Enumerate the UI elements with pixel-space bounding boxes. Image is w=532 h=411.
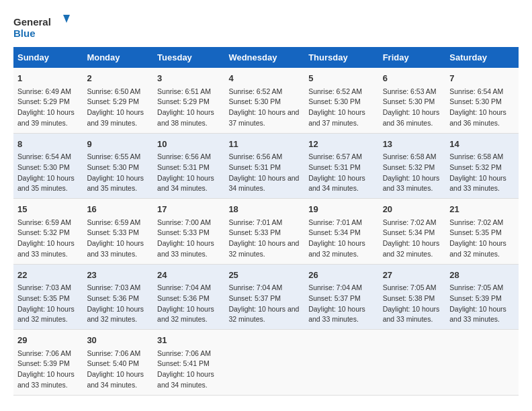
day-number: 25 xyxy=(228,269,300,282)
sunset-info: Sunset: 5:34 PM xyxy=(383,228,442,238)
daylight-label: Daylight: 10 hours and 33 minutes. xyxy=(17,369,79,391)
weekday-header-tuesday: Tuesday xyxy=(153,47,224,68)
sunrise-info: Sunrise: 7:03 AM xyxy=(17,283,79,293)
calendar-week-row: 8Sunrise: 6:54 AMSunset: 5:30 PMDaylight… xyxy=(13,133,519,199)
calendar-cell: 11Sunrise: 6:56 AMSunset: 5:31 PMDayligh… xyxy=(224,133,304,199)
day-number: 10 xyxy=(157,138,220,151)
sunset-info: Sunset: 5:30 PM xyxy=(449,97,515,107)
sunrise-info: Sunrise: 6:56 AM xyxy=(228,152,300,163)
calendar-cell xyxy=(379,330,446,396)
sunrise-info: Sunrise: 6:52 AM xyxy=(228,87,300,97)
calendar-week-row: 22Sunrise: 7:03 AMSunset: 5:35 PMDayligh… xyxy=(13,264,519,330)
sunset-info: Sunset: 5:40 PM xyxy=(87,359,149,369)
weekday-header-sunday: Sunday xyxy=(13,47,83,68)
sunset-info: Sunset: 5:31 PM xyxy=(308,163,374,173)
day-number: 14 xyxy=(449,138,515,151)
sunrise-info: Sunrise: 6:59 AM xyxy=(17,218,79,228)
daylight-label: Daylight: 10 hours and 35 minutes. xyxy=(87,173,149,195)
calendar-cell: 16Sunrise: 6:59 AMSunset: 5:33 PMDayligh… xyxy=(83,199,153,265)
sunrise-info: Sunrise: 7:04 AM xyxy=(157,283,220,293)
daylight-label: Daylight: 10 hours and 38 minutes. xyxy=(157,107,220,129)
svg-text:General: General xyxy=(13,16,51,28)
sunset-info: Sunset: 5:31 PM xyxy=(228,163,300,173)
day-number: 19 xyxy=(308,203,374,216)
sunrise-info: Sunrise: 7:01 AM xyxy=(228,218,300,228)
calendar-cell: 18Sunrise: 7:01 AMSunset: 5:33 PMDayligh… xyxy=(224,199,304,265)
day-number: 24 xyxy=(157,269,220,282)
logo: General Blue xyxy=(13,13,74,40)
sunrise-info: Sunrise: 6:56 AM xyxy=(157,152,220,163)
day-number: 22 xyxy=(17,269,79,282)
sunset-info: Sunset: 5:35 PM xyxy=(449,228,515,238)
daylight-label: Daylight: 10 hours and 33 minutes. xyxy=(17,238,79,260)
daylight-label: Daylight: 10 hours and 36 minutes. xyxy=(383,107,442,129)
sunset-info: Sunset: 5:39 PM xyxy=(17,359,79,369)
sunset-info: Sunset: 5:31 PM xyxy=(157,163,220,173)
weekday-header-thursday: Thursday xyxy=(304,47,378,68)
logo-svg: General Blue xyxy=(13,13,74,40)
sunset-info: Sunset: 5:38 PM xyxy=(383,293,442,304)
sunset-info: Sunset: 5:29 PM xyxy=(17,97,79,107)
day-number: 30 xyxy=(87,334,149,347)
day-number: 17 xyxy=(157,203,220,216)
sunrise-info: Sunrise: 7:01 AM xyxy=(308,218,374,228)
calendar-cell: 27Sunrise: 7:05 AMSunset: 5:38 PMDayligh… xyxy=(379,264,446,330)
calendar-cell: 25Sunrise: 7:04 AMSunset: 5:37 PMDayligh… xyxy=(224,264,304,330)
calendar-cell: 13Sunrise: 6:58 AMSunset: 5:32 PMDayligh… xyxy=(379,133,446,199)
sunrise-info: Sunrise: 7:02 AM xyxy=(383,218,442,228)
daylight-label: Daylight: 10 hours and 32 minutes. xyxy=(308,238,374,260)
sunrise-info: Sunrise: 7:04 AM xyxy=(308,283,374,293)
calendar-cell: 29Sunrise: 7:06 AMSunset: 5:39 PMDayligh… xyxy=(13,330,83,396)
calendar-cell: 22Sunrise: 7:03 AMSunset: 5:35 PMDayligh… xyxy=(13,264,83,330)
calendar-cell: 17Sunrise: 7:00 AMSunset: 5:33 PMDayligh… xyxy=(153,199,224,265)
sunrise-info: Sunrise: 6:50 AM xyxy=(87,87,149,97)
day-number: 9 xyxy=(87,138,149,151)
sunset-info: Sunset: 5:32 PM xyxy=(17,228,79,238)
day-number: 16 xyxy=(87,203,149,216)
weekday-header-wednesday: Wednesday xyxy=(224,47,304,68)
calendar-cell: 8Sunrise: 6:54 AMSunset: 5:30 PMDaylight… xyxy=(13,133,83,199)
day-number: 3 xyxy=(157,72,220,85)
sunset-info: Sunset: 5:30 PM xyxy=(228,97,300,107)
calendar-cell: 2Sunrise: 6:50 AMSunset: 5:29 PMDaylight… xyxy=(83,68,153,133)
daylight-label: Daylight: 10 hours and 33 minutes. xyxy=(383,304,442,326)
day-number: 5 xyxy=(308,72,374,85)
calendar-cell: 14Sunrise: 6:58 AMSunset: 5:32 PMDayligh… xyxy=(445,133,519,199)
daylight-label: Daylight: 10 hours and 39 minutes. xyxy=(87,107,149,129)
calendar-cell: 23Sunrise: 7:03 AMSunset: 5:36 PMDayligh… xyxy=(83,264,153,330)
sunset-info: Sunset: 5:32 PM xyxy=(449,163,515,173)
daylight-label: Daylight: 10 hours and 33 minutes. xyxy=(87,238,149,260)
daylight-label: Daylight: 10 hours and 34 minutes. xyxy=(228,173,300,195)
sunrise-info: Sunrise: 7:06 AM xyxy=(17,349,79,359)
daylight-label: Daylight: 10 hours and 33 minutes. xyxy=(449,173,515,195)
sunrise-info: Sunrise: 6:54 AM xyxy=(449,87,515,97)
calendar-cell: 3Sunrise: 6:51 AMSunset: 5:29 PMDaylight… xyxy=(153,68,224,133)
day-number: 27 xyxy=(383,269,442,282)
sunset-info: Sunset: 5:30 PM xyxy=(308,97,374,107)
calendar-cell: 20Sunrise: 7:02 AMSunset: 5:34 PMDayligh… xyxy=(379,199,446,265)
day-number: 18 xyxy=(228,203,300,216)
daylight-label: Daylight: 10 hours and 34 minutes. xyxy=(157,369,220,391)
daylight-label: Daylight: 10 hours and 34 minutes. xyxy=(308,173,374,195)
day-number: 11 xyxy=(228,138,300,151)
sunset-info: Sunset: 5:30 PM xyxy=(17,163,79,173)
calendar-cell: 28Sunrise: 7:05 AMSunset: 5:39 PMDayligh… xyxy=(445,264,519,330)
calendar-cell: 15Sunrise: 6:59 AMSunset: 5:32 PMDayligh… xyxy=(13,199,83,265)
calendar-cell: 26Sunrise: 7:04 AMSunset: 5:37 PMDayligh… xyxy=(304,264,378,330)
day-number: 4 xyxy=(228,72,300,85)
sunset-info: Sunset: 5:34 PM xyxy=(308,228,374,238)
calendar-week-row: 1Sunrise: 6:49 AMSunset: 5:29 PMDaylight… xyxy=(13,68,519,133)
calendar-cell: 21Sunrise: 7:02 AMSunset: 5:35 PMDayligh… xyxy=(445,199,519,265)
daylight-label: Daylight: 10 hours and 32 minutes. xyxy=(228,304,300,326)
svg-marker-2 xyxy=(63,15,70,23)
daylight-label: Daylight: 10 hours and 33 minutes. xyxy=(383,173,442,195)
calendar-table: SundayMondayTuesdayWednesdayThursdayFrid… xyxy=(13,47,519,396)
sunrise-info: Sunrise: 6:58 AM xyxy=(449,152,515,163)
day-number: 26 xyxy=(308,269,374,282)
daylight-label: Daylight: 10 hours and 37 minutes. xyxy=(308,107,374,129)
daylight-label: Daylight: 10 hours and 32 minutes. xyxy=(17,304,79,326)
calendar-cell: 24Sunrise: 7:04 AMSunset: 5:36 PMDayligh… xyxy=(153,264,224,330)
sunset-info: Sunset: 5:37 PM xyxy=(308,293,374,304)
calendar-cell xyxy=(304,330,378,396)
sunrise-info: Sunrise: 6:51 AM xyxy=(157,87,220,97)
